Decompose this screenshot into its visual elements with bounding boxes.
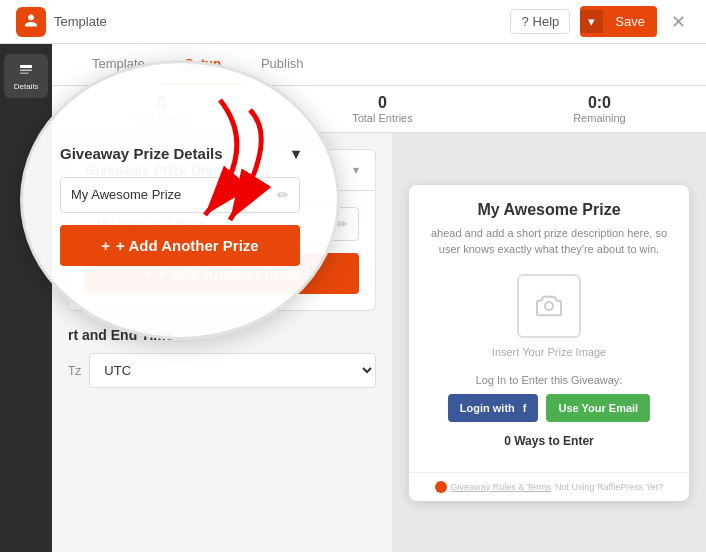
top-bar: Template ? Help ▾ Save ✕ (0, 0, 706, 44)
preview-prize-desc: ahead and add a short prize description … (425, 225, 673, 258)
help-icon: ? (521, 14, 528, 29)
sidebar-item-label: Details (14, 82, 38, 91)
footer-logo (435, 481, 447, 493)
prize-section-chevron[interactable]: ▾ (353, 163, 359, 177)
footer-sub: Not Using RafflePress Yet? (555, 482, 663, 492)
close-button[interactable]: ✕ (667, 7, 690, 37)
svg-rect-2 (20, 72, 29, 74)
preview-body: My Awesome Prize ahead and add a short p… (409, 185, 689, 472)
save-chevron[interactable]: ▾ (580, 10, 603, 33)
login-facebook-button[interactable]: Login with f (448, 394, 539, 422)
magnify-add-icon: + (101, 237, 110, 254)
preview-prize-title: My Awesome Prize (425, 201, 673, 219)
time-section: rt and End Time Tz UTC (68, 327, 376, 388)
timezone-select[interactable]: UTC (89, 353, 376, 388)
magnify-prize-row: My Awesome Prize ✏ (60, 177, 300, 213)
preview-image-label: Insert Your Prize Image (425, 346, 673, 358)
prize-image-placeholder[interactable] (517, 274, 581, 338)
stat-total-entries: 0 Total Entries (352, 94, 413, 124)
sidebar: Details (0, 44, 52, 552)
svg-point-3 (545, 302, 553, 310)
magnify-prize-name: My Awesome Prize (71, 187, 277, 202)
footer-rules[interactable]: Giveaway Rules & Terms (451, 482, 551, 492)
stat-remaining: 0:0 Remaining (573, 94, 626, 124)
right-panel-preview: My Awesome Prize ahead and add a short p… (392, 133, 706, 552)
magnify-add-prize-button[interactable]: + + Add Another Prize (60, 225, 300, 266)
magnify-section-title: Giveaway Prize Details ▾ (60, 145, 300, 163)
magnify-overlay: Giveaway Prize Details ▾ My Awesome Priz… (20, 60, 340, 340)
save-button[interactable]: ▾ Save (580, 6, 657, 37)
magnify-add-label: + Add Another Prize (116, 237, 259, 254)
save-label: Save (603, 10, 657, 33)
svg-rect-0 (20, 65, 32, 68)
top-bar-right: ? Help ▾ Save ✕ (510, 6, 690, 37)
use-email-button[interactable]: Use Your Email (546, 394, 650, 422)
svg-rect-1 (20, 69, 32, 71)
preview-buttons: Login with f Use Your Email (425, 394, 673, 422)
preview-ways-label: 0 Ways to Enter (425, 434, 673, 448)
sidebar-item-details[interactable]: Details (4, 54, 48, 98)
app-logo (16, 7, 46, 37)
top-bar-left: Template (16, 7, 107, 37)
help-button[interactable]: ? Help (510, 9, 570, 34)
magnify-chevron: ▾ (292, 145, 300, 163)
preview-card: My Awesome Prize ahead and add a short p… (409, 185, 689, 501)
tz-label: Tz (68, 364, 81, 378)
magnify-edit-icon: ✏ (277, 187, 289, 203)
template-label: Template (54, 14, 107, 29)
preview-login-label: Log In to Enter this Giveaway: (425, 374, 673, 386)
magnify-content: Giveaway Prize Details ▾ My Awesome Priz… (50, 125, 310, 276)
preview-footer: Giveaway Rules & Terms Not Using RaffleP… (409, 472, 689, 501)
